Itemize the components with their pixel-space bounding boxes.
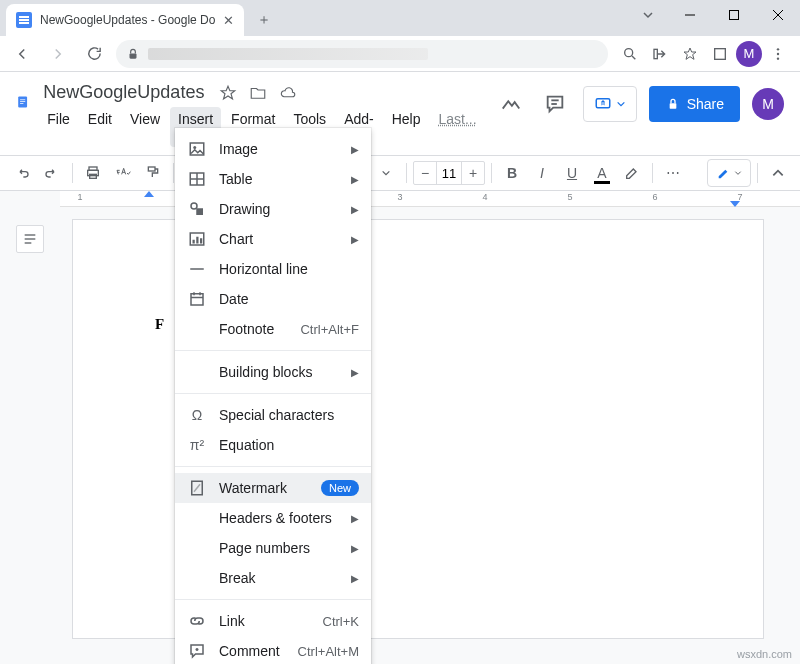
italic-button[interactable]: I [528, 159, 556, 187]
chevron-right-icon: ▶ [351, 204, 359, 215]
svg-point-10 [777, 52, 779, 54]
back-button[interactable] [8, 40, 36, 68]
outline-button[interactable] [16, 225, 44, 253]
address-bar[interactable] [116, 40, 608, 68]
svg-point-28 [193, 146, 196, 149]
break-icon [187, 568, 207, 588]
toolbar: − 11 + B I U A ⋯ [0, 155, 800, 191]
chevron-right-icon: ▶ [351, 513, 359, 524]
share-button[interactable]: Share [649, 86, 740, 122]
activity-icon[interactable] [495, 88, 527, 120]
new-tab-button[interactable]: ＋ [250, 6, 278, 34]
menu-item-chart[interactable]: Chart ▶ [175, 224, 371, 254]
font-size-input[interactable]: 11 [436, 162, 462, 184]
minimize-button[interactable] [668, 0, 712, 30]
menu-item-break[interactable]: Break ▶ [175, 563, 371, 593]
menu-item-drawing[interactable]: Drawing ▶ [175, 194, 371, 224]
menu-file[interactable]: File [39, 107, 78, 147]
menu-item-equation[interactable]: π² Equation [175, 430, 371, 460]
menu-item-image[interactable]: Image ▶ [175, 134, 371, 164]
insert-menu-dropdown: Image ▶ Table ▶ Drawing ▶ Chart ▶ Horizo… [175, 128, 371, 664]
extensions-icon[interactable] [706, 40, 734, 68]
menu-item-link[interactable]: Link Ctrl+K [175, 606, 371, 636]
share-url-icon[interactable] [646, 40, 674, 68]
menu-item-comment[interactable]: Comment Ctrl+Alt+M [175, 636, 371, 664]
menu-last-edit[interactable]: Last... [431, 107, 485, 147]
reload-button[interactable] [80, 40, 108, 68]
chevron-right-icon: ▶ [351, 367, 359, 378]
close-tab-icon[interactable]: ✕ [223, 13, 234, 28]
menu-item-date[interactable]: Date [175, 284, 371, 314]
paint-format-button[interactable] [139, 159, 167, 187]
svg-rect-15 [20, 103, 23, 104]
menu-item-table[interactable]: Table ▶ [175, 164, 371, 194]
browser-toolbar: M [0, 36, 800, 72]
forward-button[interactable] [44, 40, 72, 68]
menu-separator [175, 350, 371, 351]
editing-mode-button[interactable] [707, 159, 751, 187]
menu-item-page-numbers[interactable]: Page numbers ▶ [175, 533, 371, 563]
bold-button[interactable]: B [498, 159, 526, 187]
docs-profile-avatar[interactable]: M [752, 88, 784, 120]
svg-point-5 [625, 48, 633, 56]
font-decrease-button[interactable]: − [414, 165, 436, 181]
browser-tab[interactable]: NewGoogleUpdates - Google Do ✕ [6, 4, 244, 36]
menu-item-horizontal-line[interactable]: Horizontal line [175, 254, 371, 284]
zoom-icon[interactable] [616, 40, 644, 68]
menu-item-building-blocks[interactable]: Building blocks ▶ [175, 357, 371, 387]
document-title[interactable]: NewGoogleUpdates [39, 80, 208, 105]
menu-edit[interactable]: Edit [80, 107, 120, 147]
footnote-icon [187, 319, 207, 339]
text-color-button[interactable]: A [588, 159, 616, 187]
horizontal-ruler[interactable]: 1 1 2 3 4 5 6 7 [60, 191, 800, 207]
docs-header: NewGoogleUpdates File Edit View Insert F… [0, 72, 800, 147]
comments-icon[interactable] [539, 88, 571, 120]
font-dropdown[interactable] [372, 159, 400, 187]
svg-rect-1 [730, 11, 739, 20]
underline-button[interactable]: U [558, 159, 586, 187]
headers-icon [187, 508, 207, 528]
pi-icon: π² [187, 435, 207, 455]
menu-item-special-characters[interactable]: Ω Special characters [175, 400, 371, 430]
comment-icon [187, 641, 207, 661]
menu-item-footnote[interactable]: Footnote Ctrl+Alt+F [175, 314, 371, 344]
svg-point-32 [191, 203, 197, 209]
menu-view[interactable]: View [122, 107, 168, 147]
menu-help[interactable]: Help [384, 107, 429, 147]
tab-search-icon[interactable] [628, 0, 668, 30]
menu-item-watermark[interactable]: Watermark New [175, 473, 371, 503]
maximize-button[interactable] [712, 0, 756, 30]
redo-button[interactable] [38, 159, 66, 187]
present-button[interactable] [583, 86, 637, 122]
move-icon[interactable] [248, 83, 268, 103]
svg-rect-8 [715, 48, 726, 59]
star-icon[interactable] [218, 83, 238, 103]
text-cursor: F [155, 316, 164, 333]
cloud-status-icon[interactable] [278, 83, 298, 103]
undo-button[interactable] [8, 159, 36, 187]
font-increase-button[interactable]: + [462, 165, 484, 181]
chevron-right-icon: ▶ [351, 573, 359, 584]
print-button[interactable] [79, 159, 107, 187]
svg-rect-36 [196, 237, 198, 244]
browser-menu-icon[interactable] [764, 40, 792, 68]
browser-profile-avatar[interactable]: M [736, 41, 762, 67]
collapse-toolbar-button[interactable] [764, 159, 792, 187]
bookmark-icon[interactable] [676, 40, 704, 68]
svg-rect-37 [200, 238, 202, 243]
page-numbers-icon [187, 538, 207, 558]
highlight-button[interactable] [618, 159, 646, 187]
docs-logo[interactable] [16, 84, 29, 120]
close-window-button[interactable] [756, 0, 800, 30]
svg-rect-7 [654, 49, 657, 58]
ruler-tick: 1 [77, 192, 82, 202]
chevron-right-icon: ▶ [351, 543, 359, 554]
ruler-tick: 5 [567, 192, 572, 202]
drawing-icon [187, 199, 207, 219]
chevron-right-icon: ▶ [351, 174, 359, 185]
spellcheck-button[interactable] [109, 159, 137, 187]
ruler-indent-marker[interactable] [144, 191, 154, 197]
more-tools-button[interactable]: ⋯ [659, 159, 687, 187]
menu-item-headers-footers[interactable]: Headers & footers ▶ [175, 503, 371, 533]
ruler-right-margin-marker[interactable] [730, 201, 740, 207]
